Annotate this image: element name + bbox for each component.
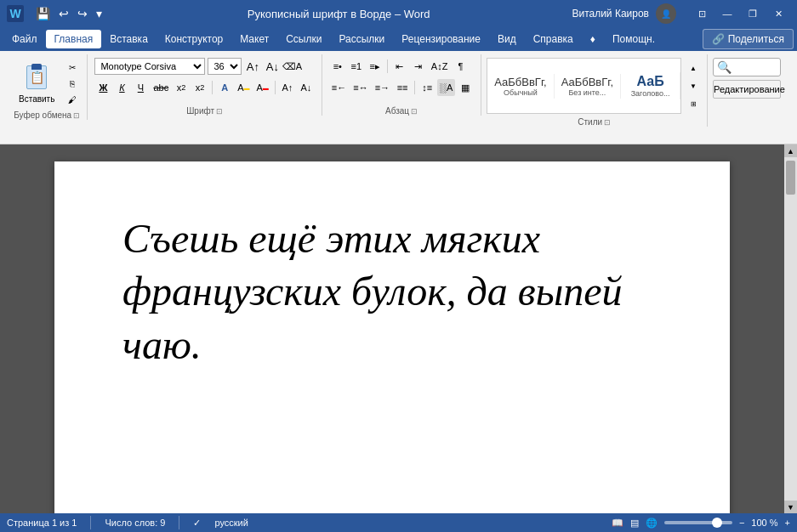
align-right-button[interactable]: ≡→ <box>373 79 392 96</box>
strikethrough-button[interactable]: abc <box>151 79 171 96</box>
decrease-indent-button[interactable]: ⇤ <box>391 58 408 75</box>
font-name-select[interactable]: Monotype Corsiva <box>94 58 205 75</box>
styles-scroll-up[interactable]: ▲ <box>685 59 702 76</box>
zoom-thumb[interactable] <box>712 518 722 528</box>
copy-button[interactable]: ⎘ <box>63 76 82 91</box>
clipboard-top: 📋 Вставить ✂ ⎘ 🖌 <box>12 58 82 107</box>
menu-file[interactable]: Файл <box>3 30 46 48</box>
scrollbar-vertical[interactable]: ▲ ▼ <box>784 144 797 513</box>
borders-button[interactable]: ▦ <box>457 79 474 96</box>
menu-insert[interactable]: Вставка <box>101 30 157 48</box>
style-normal[interactable]: АаБбВвГг, Обычный <box>487 74 554 99</box>
styles-expand[interactable]: ⊞ <box>685 95 702 112</box>
styles-scroll-down[interactable]: ▼ <box>685 77 702 94</box>
scroll-thumb[interactable] <box>786 161 795 195</box>
title-bar-left: W 💾 ↩ ↪ ▾ <box>7 5 105 22</box>
user-avatar[interactable]: 👤 <box>656 3 676 24</box>
list-row: ≡• ≡1 ≡▸ ⇤ ⇥ A↕Z ¶ <box>329 58 474 75</box>
restore-button[interactable]: ❐ <box>741 5 765 22</box>
increase-size-button[interactable]: A↓ <box>264 58 281 75</box>
style-no-spacing[interactable]: АаБбВвГг, Без инте... <box>555 74 621 99</box>
menu-review[interactable]: Рецензирование <box>393 30 489 48</box>
style-heading1[interactable]: АаБ Заголово... <box>621 72 680 99</box>
increase-indent-button[interactable]: ⇥ <box>410 58 427 75</box>
scroll-track[interactable] <box>784 157 797 501</box>
zoom-slider[interactable] <box>664 521 732 524</box>
minimize-button[interactable]: — <box>715 5 739 22</box>
save-button[interactable]: 💾 <box>32 5 54 22</box>
paragraph-group: ≡• ≡1 ≡▸ ⇤ ⇥ A↕Z ¶ ≡← ≡↔ ≡→ ≡≡ ↕≡ ░A <box>322 54 481 116</box>
language[interactable]: русский <box>214 518 248 528</box>
menu-references[interactable]: Ссылки <box>277 30 330 48</box>
clear-format-button[interactable]: ⌫A <box>283 58 300 75</box>
menu-mailings[interactable]: Рассылки <box>330 30 393 48</box>
text-effects-button[interactable]: A <box>216 79 233 96</box>
separator-2 <box>179 516 179 529</box>
spell-check-icon[interactable]: ✓ <box>193 518 201 529</box>
word-count: Число слов: 9 <box>105 518 165 528</box>
format-painter-button[interactable]: 🖌 <box>63 92 82 107</box>
separator-1 <box>90 516 91 529</box>
status-right: 📖 ▤ 🌐 − 100 % + <box>612 518 790 529</box>
show-marks-button[interactable]: ¶ <box>452 58 469 75</box>
editing-group: 🔍 Редактирование - <box>708 54 786 116</box>
page-info: Страница 1 из 1 <box>7 518 77 528</box>
styles-expand-btn[interactable]: ⊡ <box>604 118 611 127</box>
align-center-button[interactable]: ≡↔ <box>350 79 370 96</box>
cut-button[interactable]: ✂ <box>63 59 82 75</box>
menu-view[interactable]: Вид <box>489 30 525 48</box>
zoom-in-button[interactable]: + <box>785 518 790 528</box>
ribbon-content: 📋 Вставить ✂ ⎘ 🖌 Буфер обмена ⊡ <box>7 54 790 127</box>
font-color-button[interactable]: A▬ <box>253 79 270 96</box>
menu-layout[interactable]: Макет <box>231 30 277 48</box>
scroll-up-button[interactable]: ▲ <box>784 144 797 157</box>
share-button[interactable]: 🔗 Поделиться <box>703 29 794 49</box>
clipboard-expand[interactable]: ⊡ <box>73 111 80 120</box>
superscript-button[interactable]: x2 <box>191 79 208 96</box>
document-text[interactable]: Съешь ещё этих мягких французских булок,… <box>122 212 662 371</box>
multilevel-list-button[interactable]: ≡▸ <box>367 58 384 75</box>
menu-home[interactable]: Главная <box>46 30 102 48</box>
align-left-button[interactable]: ≡← <box>329 79 349 96</box>
italic-button[interactable]: К <box>113 79 130 96</box>
grow-font-button[interactable]: A↑ <box>279 79 296 96</box>
clipboard-group-label: Буфер обмена ⊡ <box>14 107 80 120</box>
menu-design[interactable]: Конструктор <box>157 30 231 48</box>
line-spacing-button[interactable]: ↕≡ <box>418 79 436 96</box>
search-input[interactable] <box>732 62 778 72</box>
redo-button[interactable]: ↪ <box>74 5 91 22</box>
print-layout-icon[interactable]: ▤ <box>630 518 639 529</box>
read-mode-icon[interactable]: 📖 <box>612 518 623 529</box>
numbering-button[interactable]: ≡1 <box>348 58 365 75</box>
zoom-out-button[interactable]: − <box>739 518 744 528</box>
undo-button[interactable]: ↩ <box>55 5 72 22</box>
menu-help[interactable]: Справка <box>525 30 582 48</box>
customize-qat-button[interactable]: ▾ <box>93 5 105 22</box>
font-size-select[interactable]: 36 <box>208 58 242 75</box>
close-button[interactable]: ✕ <box>766 5 790 22</box>
ribbon-display-button[interactable]: ⊡ <box>690 5 714 22</box>
bold-button[interactable]: Ж <box>94 79 111 96</box>
text-highlight-button[interactable]: A▬ <box>235 79 252 96</box>
menu-lightbulb[interactable]: ♦ <box>582 30 604 48</box>
paste-button[interactable]: 📋 Вставить <box>12 59 61 107</box>
shading-button[interactable]: ░A <box>437 79 455 96</box>
decrease-size-button[interactable]: A↑ <box>244 58 261 75</box>
web-layout-icon[interactable]: 🌐 <box>646 518 658 529</box>
menu-assistant[interactable]: Помощн. <box>604 30 663 48</box>
window-controls: ⊡ — ❐ ✕ <box>690 5 790 22</box>
paragraph-group-label: Абзац ⊡ <box>385 103 418 116</box>
title-bar: W 💾 ↩ ↪ ▾ Рукописный шрифт в Ворде – Wor… <box>0 0 797 27</box>
bullets-button[interactable]: ≡• <box>329 58 346 75</box>
sort-button[interactable]: A↕Z <box>429 58 451 75</box>
font-expand[interactable]: ⊡ <box>216 107 223 116</box>
menu-bar: Файл Главная Вставка Конструктор Макет С… <box>0 27 797 51</box>
paragraph-expand[interactable]: ⊡ <box>411 107 418 116</box>
editing-button[interactable]: Редактирование <box>713 80 781 99</box>
justify-button[interactable]: ≡≡ <box>394 79 411 96</box>
shrink-font-button[interactable]: A↓ <box>298 79 315 96</box>
scroll-down-button[interactable]: ▼ <box>784 501 797 513</box>
underline-button[interactable]: Ч <box>132 79 149 96</box>
font-group: Monotype Corsiva 36 A↑ A↓ ⌫A Ж К Ч abc x… <box>88 54 322 116</box>
subscript-button[interactable]: x2 <box>173 79 190 96</box>
